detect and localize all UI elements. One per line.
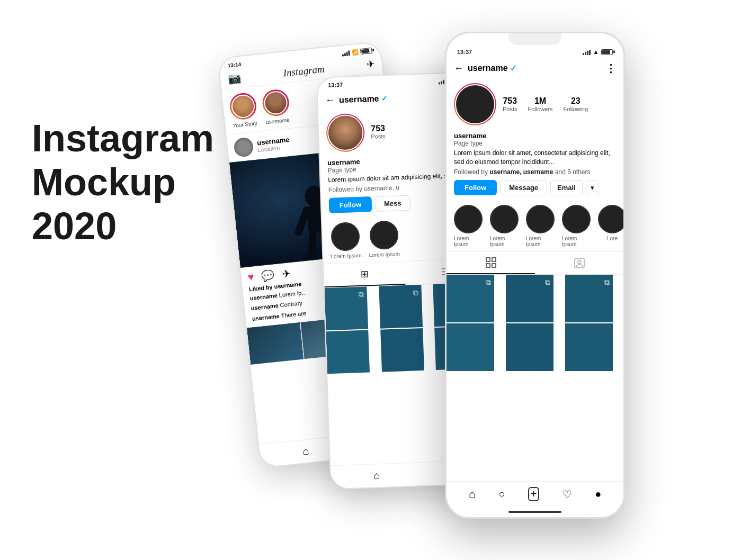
phone3-email-button[interactable]: Email: [550, 180, 583, 195]
phones-container: 13:14 📶 📷 Instagram: [244, 32, 731, 529]
phone3-highlight-label-4: Lorem Ipsum: [562, 236, 591, 247]
signal-bar1: [342, 54, 344, 56]
phone3-tab-grid[interactable]: [447, 252, 535, 274]
story-user-label: username: [266, 117, 290, 125]
phone2-username: username: [339, 94, 379, 105]
phone3-status-icons: ▲: [583, 48, 613, 56]
phone3-back-arrow[interactable]: ←: [454, 63, 463, 74]
phone3-profile-pic-wrap: [454, 83, 496, 125]
phone3-stat-following: 23 Following: [564, 96, 588, 112]
phone3-highlight-1[interactable]: Lorem Ipsum: [454, 205, 483, 247]
story-item-user[interactable]: username: [261, 88, 291, 125]
caption-username2: username: [251, 302, 279, 311]
phone3-highlight-label-1: Lorem Ipsum: [454, 236, 483, 247]
battery-icon: [360, 47, 372, 54]
phone3-bio-followed: Followed by username, username and 5 oth…: [454, 168, 616, 176]
signal-bar2: [344, 53, 346, 56]
heart-icon[interactable]: ♥: [247, 270, 255, 284]
phone3-following-num: 23: [564, 96, 588, 106]
p2-home-nav[interactable]: ⌂: [373, 469, 380, 482]
thumb-img-1: [247, 322, 304, 365]
phone3-followed-names: username, username: [489, 168, 553, 176]
phone3-time: 13:37: [457, 49, 472, 55]
title-line3: 2020: [32, 204, 214, 248]
p3-home-nav[interactable]: ⌂: [469, 487, 476, 501]
phone3-stats: 753 Posts 1M Followers 23 Following: [503, 96, 616, 112]
dm-icon: ✈: [366, 58, 375, 70]
phone3-grid-cell-6[interactable]: [565, 323, 613, 371]
wifi-icon: 📶: [352, 49, 359, 55]
p2-signal-bar3: [443, 80, 444, 84]
phone2-follow-button[interactable]: Follow: [328, 196, 372, 213]
phone2-profile-pic-wrap: [326, 113, 365, 152]
phone2-back-arrow[interactable]: ←: [325, 94, 335, 106]
p3-signal-icon: [583, 49, 591, 55]
p3-add-nav[interactable]: +: [528, 487, 540, 501]
story-user-photo: [264, 91, 288, 114]
comment-icon[interactable]: 💬: [261, 268, 275, 282]
title-line1: Instagram: [32, 116, 214, 160]
p3-signal-bar2: [585, 52, 586, 55]
phone3-tab-tagged[interactable]: [535, 252, 623, 274]
phone3-verified-badge: ✓: [510, 64, 516, 73]
p3-signal-bar3: [587, 51, 588, 55]
caption-username3: username: [252, 313, 280, 322]
phone3-bio-type: Page type: [454, 140, 616, 147]
p2-signal-bar2: [441, 81, 442, 84]
phone2-grid-cell-4[interactable]: [326, 330, 370, 374]
phone3-home-indicator: [508, 511, 561, 513]
p3-signal-bar4: [589, 50, 591, 55]
phone3: 13:37 ▲ ← user: [445, 32, 625, 519]
p3-grid-copy-icon-1: ⧉: [486, 278, 491, 287]
p3-heart-nav[interactable]: ♡: [563, 488, 572, 501]
phone3-highlight-2[interactable]: Lorem Ipsum: [490, 205, 519, 247]
phone3-grid-cell-2[interactable]: ⧉: [506, 275, 554, 322]
phone2-highlight-label-2: Lorem Ipsum: [369, 251, 400, 258]
phone3-highlight-4[interactable]: Lorem Ipsum: [562, 205, 591, 247]
phone3-highlight-5[interactable]: Lore: [598, 205, 623, 247]
svg-point-13: [578, 260, 581, 264]
share-icon[interactable]: ✈: [281, 267, 291, 281]
home-nav-icon[interactable]: ⌂: [302, 445, 309, 457]
phone2-grid-cell-1[interactable]: ⧉: [324, 286, 368, 330]
phone3-more-icon[interactable]: ⋮: [605, 62, 616, 75]
phone2-grid-cell-2[interactable]: ⧉: [379, 285, 423, 329]
phone3-profile-bio: username Page type Lorem ipsum dolor sit…: [447, 130, 623, 180]
phone3-username-title: username ✓: [468, 64, 516, 73]
p3-search-nav[interactable]: ○: [498, 488, 505, 500]
phone3-screen: 13:37 ▲ ← user: [447, 33, 623, 517]
phone2-tab-grid[interactable]: ⊞: [324, 261, 405, 287]
phone3-posts-num: 753: [503, 96, 517, 106]
phone3-grid-cell-3[interactable]: ⧉: [565, 275, 613, 322]
phone3-message-button[interactable]: Message: [500, 180, 547, 195]
phone3-stat-followers: 1M Followers: [528, 96, 553, 112]
p3-profile-nav[interactable]: ●: [595, 488, 601, 500]
phone3-grid-cell-1[interactable]: ⧉: [447, 275, 494, 322]
phone3-highlight-label-5: Lore: [607, 236, 618, 241]
phone3-highlight-circle-3: [526, 205, 555, 233]
phone3-username: username: [468, 64, 508, 73]
phone1-ig-logo: Instagram: [283, 63, 325, 79]
story-user-avatar-inner: [263, 90, 288, 115]
phone3-dropdown-button[interactable]: ▾: [586, 180, 599, 195]
svg-line-6: [309, 232, 316, 257]
phone2-message-button[interactable]: Mess: [375, 195, 411, 211]
phone2-grid-cell-5[interactable]: [380, 328, 424, 372]
phone3-highlight-label-3: Lorem Ipsum: [526, 236, 555, 247]
phone3-followed-by: Followed by: [454, 168, 488, 176]
p2-signal-bar1: [439, 82, 440, 84]
story-item-yours[interactable]: Your Story: [228, 92, 258, 129]
phone3-highlight-3[interactable]: Lorem Ipsum: [526, 205, 555, 247]
thumb-cell-1: [247, 322, 306, 381]
svg-rect-11: [492, 264, 496, 267]
camera-icon: 📷: [227, 71, 242, 85]
phone2-highlight-1[interactable]: Lorem Ipsum: [329, 222, 362, 259]
phone1-header-icons: ✈: [366, 58, 375, 70]
phone3-follow-button[interactable]: Follow: [454, 180, 497, 195]
phone2-posts-num: 753: [371, 123, 386, 133]
phone2-posts-label: Posts: [371, 133, 386, 140]
phone3-grid-cell-4[interactable]: [447, 323, 494, 371]
phone3-grid-cell-5[interactable]: [506, 323, 554, 371]
your-story-photo: [231, 95, 255, 118]
phone2-highlight-2[interactable]: Lorem Ipsum: [368, 220, 400, 258]
